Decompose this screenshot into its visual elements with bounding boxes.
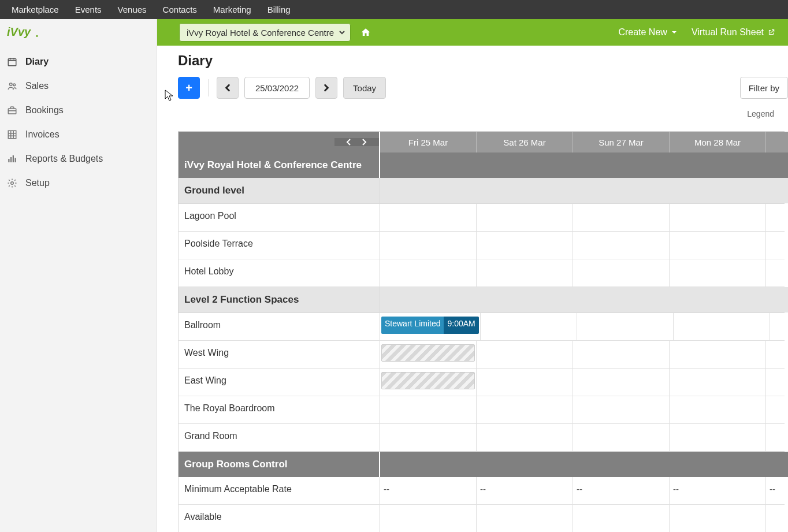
diary-cell[interactable] xyxy=(380,204,477,231)
date-picker[interactable]: 25/03/2022 xyxy=(244,77,310,99)
diary-cell[interactable] xyxy=(477,232,573,259)
diary-cell[interactable] xyxy=(766,369,788,396)
filter-by-button[interactable]: Filter by xyxy=(740,77,788,99)
day-header[interactable]: Sun 27 Mar xyxy=(573,132,670,152)
diary-cell[interactable] xyxy=(380,424,477,451)
create-new-button[interactable]: Create New xyxy=(618,27,677,38)
sidebar-item-setup[interactable]: Setup xyxy=(0,171,157,195)
diary-cell[interactable]: -- xyxy=(573,477,670,504)
prev-date-button[interactable] xyxy=(217,77,239,99)
diary-cell[interactable] xyxy=(573,232,670,259)
diary-row: West Wing xyxy=(178,341,785,369)
row-label[interactable]: Hotel Lobby xyxy=(178,259,380,287)
row-label[interactable]: Grand Room xyxy=(178,424,380,451)
sidebar-item-sales[interactable]: Sales xyxy=(0,74,157,98)
diary-cell[interactable] xyxy=(670,396,766,423)
diary-cell[interactable] xyxy=(670,341,766,368)
row-label[interactable]: Ballroom xyxy=(178,313,380,340)
diary-cell[interactable] xyxy=(477,204,573,231)
diary-cell[interactable] xyxy=(766,396,788,423)
diary-cell[interactable] xyxy=(766,424,788,451)
diary-cell[interactable] xyxy=(380,369,477,396)
diary-cell[interactable] xyxy=(573,341,670,368)
day-header[interactable]: Fri 25 Mar xyxy=(380,132,477,152)
diary-cell[interactable] xyxy=(577,313,674,340)
row-label[interactable]: West Wing xyxy=(178,341,380,368)
diary-cell[interactable]: -- xyxy=(670,477,766,504)
day-header[interactable]: Sat 26 Mar xyxy=(477,132,573,152)
sidebar-item-diary[interactable]: Diary xyxy=(0,50,157,74)
external-link-icon xyxy=(767,28,775,36)
topnav-contacts[interactable]: Contacts xyxy=(155,0,205,19)
top-nav: MarketplaceEventsVenuesContactsMarketing… xyxy=(0,0,788,19)
sidebar-item-reports-budgets[interactable]: Reports & Budgets xyxy=(0,147,157,171)
diary-cell[interactable] xyxy=(380,396,477,423)
diary-cell[interactable] xyxy=(380,341,477,368)
diary-cell[interactable] xyxy=(766,232,788,259)
diary-cell xyxy=(766,452,788,477)
diary-cell[interactable] xyxy=(477,259,573,287)
diary-cell[interactable] xyxy=(670,204,766,231)
diary-cell[interactable] xyxy=(766,204,788,231)
diary-cell[interactable] xyxy=(573,396,670,423)
diary-cell[interactable] xyxy=(477,341,573,368)
day-header[interactable] xyxy=(766,132,788,152)
row-label[interactable]: Poolside Terrace xyxy=(178,232,380,259)
diary-cell[interactable] xyxy=(380,232,477,259)
legend-link[interactable]: Legend xyxy=(178,109,788,118)
chevron-right-icon[interactable] xyxy=(360,138,367,146)
venue-selector[interactable]: iVvy Royal Hotel & Conference Centre xyxy=(179,23,351,42)
diary-cell[interactable] xyxy=(670,424,766,451)
diary-cell[interactable] xyxy=(477,424,573,451)
diary-cell[interactable] xyxy=(573,204,670,231)
add-button[interactable]: + xyxy=(178,77,200,99)
diary-cell xyxy=(573,287,670,312)
booking-block[interactable]: Stewart Limited9:00AM xyxy=(381,317,479,334)
topnav-events[interactable]: Events xyxy=(67,0,110,19)
diary-row: Hotel Lobby xyxy=(178,259,785,287)
diary-cell[interactable] xyxy=(670,505,766,532)
diary-cell[interactable] xyxy=(573,424,670,451)
diary-cell[interactable] xyxy=(573,369,670,396)
blocked-slot[interactable] xyxy=(381,344,475,362)
diary-cell[interactable]: -- xyxy=(380,477,477,504)
topnav-billing[interactable]: Billing xyxy=(259,0,299,19)
svg-rect-9 xyxy=(13,155,14,162)
next-date-button[interactable] xyxy=(315,77,337,99)
home-button[interactable] xyxy=(358,24,374,40)
diary-cell[interactable] xyxy=(766,341,788,368)
sidebar-item-invoices[interactable]: Invoices xyxy=(0,122,157,147)
row-label[interactable]: Lagoon Pool xyxy=(178,204,380,231)
diary-cell[interactable] xyxy=(766,505,788,532)
diary-cell[interactable] xyxy=(380,259,477,287)
diary-cell[interactable] xyxy=(670,259,766,287)
virtual-run-sheet-button[interactable]: Virtual Run Sheet xyxy=(692,27,775,38)
diary-cell[interactable] xyxy=(674,313,770,340)
diary-cell[interactable] xyxy=(481,313,577,340)
diary-cell xyxy=(573,452,670,477)
diary-cell[interactable] xyxy=(477,505,573,532)
diary-cell[interactable] xyxy=(573,259,670,287)
diary-cell[interactable]: -- xyxy=(477,477,573,504)
diary-cell[interactable] xyxy=(477,396,573,423)
today-button[interactable]: Today xyxy=(343,77,386,99)
diary-cell[interactable] xyxy=(573,505,670,532)
row-label[interactable]: East Wing xyxy=(178,369,380,396)
sidebar-item-bookings[interactable]: Bookings xyxy=(0,98,157,122)
chevron-right-icon xyxy=(322,84,330,92)
topnav-marketplace[interactable]: Marketplace xyxy=(3,0,67,19)
diary-cell[interactable]: Stewart Limited9:00AM xyxy=(380,313,481,340)
day-header[interactable]: Mon 28 Mar xyxy=(670,132,766,152)
blocked-slot[interactable] xyxy=(381,372,475,389)
diary-cell[interactable] xyxy=(766,259,788,287)
diary-cell[interactable] xyxy=(670,232,766,259)
chevron-left-icon[interactable] xyxy=(345,138,352,146)
diary-cell[interactable]: -- xyxy=(766,477,788,504)
topnav-venues[interactable]: Venues xyxy=(110,0,155,19)
topnav-marketing[interactable]: Marketing xyxy=(205,0,259,19)
diary-cell[interactable] xyxy=(380,505,477,532)
diary-cell[interactable] xyxy=(670,369,766,396)
diary-cell[interactable] xyxy=(770,313,788,340)
diary-cell[interactable] xyxy=(477,369,573,396)
row-label[interactable]: The Royal Boardroom xyxy=(178,396,380,423)
